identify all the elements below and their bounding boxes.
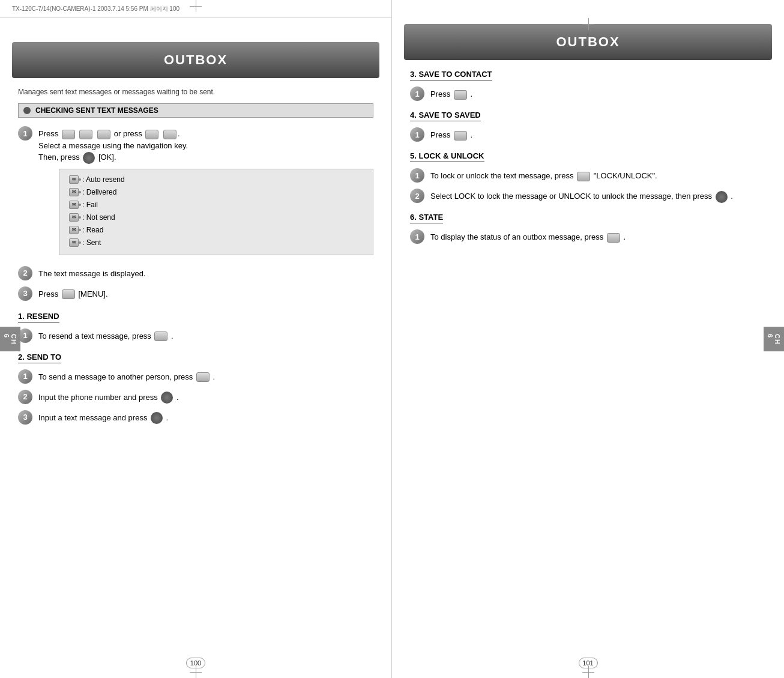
resend-step-1-text: To resend a text message, press .: [38, 328, 373, 342]
step-3: 3 Press [MENU].: [18, 286, 373, 301]
status-row-2: ✉ : Fail: [69, 199, 363, 210]
btn-icon-num2: [97, 130, 110, 139]
section-lock: 5. LOCK & UNLOCK 1 To lock or unlock the…: [410, 151, 766, 203]
ch6-tab-left: CH6: [0, 327, 20, 352]
right-content: 3. SAVE TO CONTACT 1 Press . 4. SAVE TO …: [392, 60, 784, 678]
sendto-step-1-text: To send a message to another person, pre…: [38, 369, 373, 383]
lock-step-circle-1: 1: [410, 168, 424, 183]
step-1-text: Press or press . Select a message using …: [38, 126, 373, 260]
section-save-contact-title: 3. SAVE TO CONTACT: [410, 70, 492, 80]
status-label-auto: : Auto resend: [82, 174, 125, 185]
btn-icon-num: [79, 130, 92, 139]
section-state: 6. STATE 1 To display the status of an o…: [410, 213, 766, 244]
state-step-circle-1: 1: [410, 229, 424, 244]
btn-icon-lock1: [577, 172, 590, 181]
section-state-title: 6. STATE: [410, 213, 443, 223]
sendto-step-2: 2 Input the phone number and press .: [18, 390, 373, 404]
lock-step-1: 1 To lock or unlock the text message, pr…: [410, 168, 766, 183]
status-row-5: ✉ : Sent: [69, 237, 363, 248]
sendto-step-circle-3: 3: [18, 410, 32, 425]
status-label-read: : Read: [82, 225, 103, 235]
save-contact-step-1-text: Press .: [430, 86, 766, 100]
status-row-4: ✉ : Read: [69, 225, 363, 235]
save-saved-step-circle-1: 1: [410, 127, 424, 142]
save-saved-step-1-text: Press .: [430, 127, 766, 141]
status-row-1: ✉ : Delivered: [69, 187, 363, 198]
btn-icon-ok: [83, 152, 95, 164]
intro-text: Manages sent text messages or messages w…: [18, 88, 373, 96]
crosshair-top-left: [190, 0, 202, 12]
ch6-tab-right: CH6: [764, 327, 784, 352]
btn-icon-sendto2: [161, 392, 173, 404]
section-resend-title: 1. RESEND: [18, 312, 59, 322]
save-contact-step-circle-1: 1: [410, 86, 424, 101]
crosshair-bottom-left: [190, 666, 202, 678]
sendto-step-1: 1 To send a message to another person, p…: [18, 369, 373, 384]
save-saved-step-1: 1 Press .: [410, 127, 766, 142]
sendto-step-3-text: Input a text message and press .: [38, 410, 373, 425]
page-left: TX-120C-7/14(NO-CAMERA)-1 2003.7.14 5:56…: [0, 0, 392, 678]
btn-icon-save-saved: [454, 131, 467, 141]
status-icon-auto: ✉: [69, 175, 79, 184]
status-label-notsend: : Not send: [82, 212, 115, 223]
status-box: ✉ : Auto resend ✉ : Delivered ✉ : Fail ✉…: [59, 169, 373, 255]
page-right: OUTBOX 3. SAVE TO CONTACT 1 Press . 4. S…: [392, 0, 784, 678]
left-content: Manages sent text messages or messages w…: [0, 78, 391, 678]
btn-icon-resend: [154, 331, 167, 341]
btn-icon-state: [607, 233, 620, 243]
state-step-1: 1 To display the status of an outbox mes…: [410, 229, 766, 244]
status-icon-fail: ✉: [69, 201, 79, 209]
sendto-step-3: 3 Input a text message and press .: [18, 410, 373, 425]
section-dot: [23, 107, 31, 114]
status-label-sent: : Sent: [82, 237, 101, 248]
sendto-step-2-text: Input the phone number and press .: [38, 390, 373, 404]
lock-step-1-text: To lock or unlock the text message, pres…: [430, 168, 766, 182]
section-resend: 1. RESEND 1 To resend a text message, pr…: [18, 312, 373, 343]
step-1: 1 Press or press . Select a message usin…: [18, 126, 373, 260]
btn-icon-nav2: [163, 130, 176, 139]
btn-icon-nav1: [145, 130, 158, 139]
crosshair-bottom-right: [582, 666, 594, 678]
status-icon-sent: ✉: [69, 238, 79, 247]
status-icon-delivered: ✉: [69, 188, 79, 196]
sendto-step-circle-2: 2: [18, 390, 32, 404]
right-title: OUTBOX: [556, 34, 620, 50]
section-header-text: CHECKING SENT TEXT MESSAGES: [35, 106, 158, 115]
step-circle-2: 2: [18, 266, 32, 280]
step-circle-3: 3: [18, 286, 32, 301]
status-row-0: ✉ : Auto resend: [69, 174, 363, 185]
btn-icon-save-contact: [454, 90, 467, 100]
crosshair-top-right: [582, 18, 594, 30]
section-save-saved: 4. SAVE TO SAVED 1 Press .: [410, 110, 766, 142]
lock-step-circle-2: 2: [410, 189, 424, 203]
sendto-step-circle-1: 1: [18, 369, 32, 384]
btn-icon-lock2: [716, 191, 728, 203]
status-label-fail: : Fail: [82, 199, 98, 210]
print-header-text: TX-120C-7/14(NO-CAMERA)-1 2003.7.14 5:56…: [12, 5, 179, 13]
status-icon-read: ✉: [69, 226, 79, 234]
status-icon-notsend: ✉: [69, 213, 79, 222]
lock-step-2: 2 Select LOCK to lock the message or UNL…: [410, 189, 766, 203]
btn-icon-sendto1: [196, 372, 210, 382]
save-contact-step-1: 1 Press .: [410, 86, 766, 101]
btn-icon-menu: [62, 289, 75, 299]
section-sendto-title: 2. SEND TO: [18, 353, 61, 363]
resend-step-1: 1 To resend a text message, press .: [18, 328, 373, 343]
step-3-text: Press [MENU].: [38, 286, 373, 300]
section-save-saved-title: 4. SAVE TO SAVED: [410, 110, 481, 121]
step-2: 2 The text message is displayed.: [18, 266, 373, 280]
section-sendto: 2. SEND TO 1 To send a message to anothe…: [18, 353, 373, 425]
section-header: CHECKING SENT TEXT MESSAGES: [18, 103, 373, 118]
section-save-contact: 3. SAVE TO CONTACT 1 Press .: [410, 70, 766, 101]
btn-icon-call: [62, 130, 75, 139]
section-lock-title: 5. LOCK & UNLOCK: [410, 151, 484, 162]
step-2-text: The text message is displayed.: [38, 266, 373, 280]
left-header-bar: OUTBOX: [12, 42, 379, 78]
step-circle-1: 1: [18, 126, 32, 141]
btn-icon-sendto3: [151, 412, 163, 424]
status-label-delivered: : Delivered: [82, 187, 116, 198]
left-title: OUTBOX: [164, 52, 228, 68]
status-row-3: ✉ : Not send: [69, 212, 363, 223]
state-step-1-text: To display the status of an outbox messa…: [430, 229, 766, 243]
lock-step-2-text: Select LOCK to lock the message or UNLOC…: [430, 189, 766, 203]
